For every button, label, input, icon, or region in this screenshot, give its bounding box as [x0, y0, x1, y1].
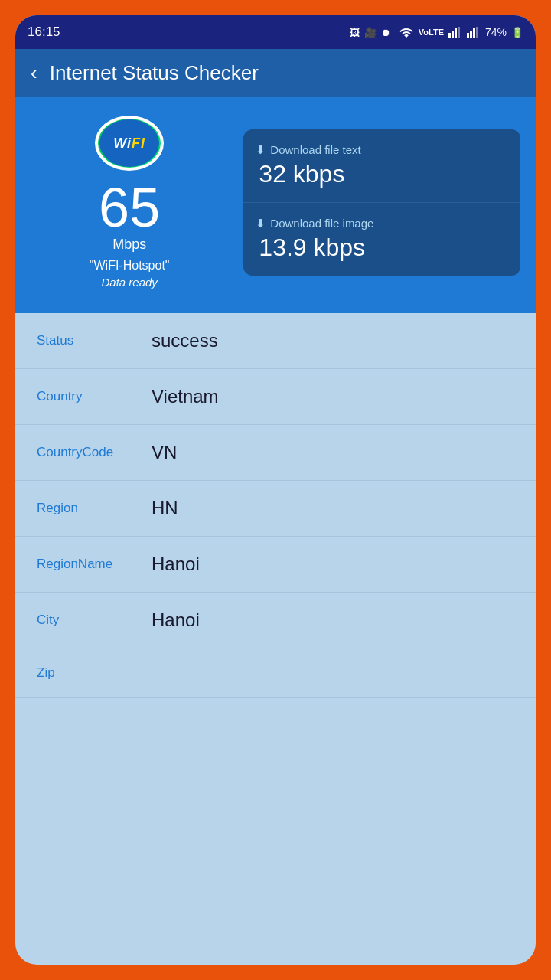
country-row: Country Vietnam	[15, 369, 536, 425]
region-value: HN	[152, 498, 178, 519]
download-image-card: ⬇ Download file image 13.9 kbps	[243, 203, 520, 276]
status-value: success	[152, 330, 218, 351]
download-image-icon: ⬇	[256, 217, 266, 230]
svg-rect-0	[448, 33, 451, 38]
photo-icon: 🖼	[350, 27, 360, 38]
status-time: 16:15	[28, 24, 60, 40]
download-info-panel: ⬇ Download file text 32 kbps ⬇ Download …	[243, 129, 520, 276]
header-title: Internet Status Checker	[50, 61, 259, 85]
download-text-card: ⬇ Download file text 32 kbps	[243, 129, 520, 203]
region-row: Region HN	[15, 481, 536, 537]
data-status: Data ready	[101, 276, 157, 289]
wifi-logo: WiFI	[95, 116, 164, 171]
wifi-signal-icon	[399, 26, 414, 38]
download-text-value: 32 kbps	[256, 160, 508, 188]
country-code-value: VN	[152, 442, 177, 463]
download-text-label: ⬇ Download file text	[256, 143, 508, 157]
status-bar: 16:15 🖼 🎥 ⏺ VoLTE 74% 🔋	[15, 15, 536, 49]
country-code-row: CountryCode VN	[15, 425, 536, 481]
city-label: City	[37, 612, 136, 628]
top-section: WiFI 65 Mbps "WiFI-Hotspot" Data ready ⬇…	[15, 97, 536, 313]
phone-frame: 16:15 🖼 🎥 ⏺ VoLTE 74% 🔋	[15, 15, 536, 965]
svg-rect-2	[455, 28, 457, 38]
download-image-value: 13.9 kbps	[256, 234, 508, 262]
wifi-info-panel: WiFI 65 Mbps "WiFI-Hotspot" Data ready	[31, 116, 228, 289]
region-name-label: RegionName	[37, 557, 136, 572]
signal-bars2-icon	[467, 27, 481, 38]
zip-label: Zip	[37, 665, 136, 681]
city-value: Hanoi	[152, 609, 200, 631]
info-list: Status success Country Vietnam CountryCo…	[15, 313, 536, 698]
download-image-label: ⬇ Download file image	[256, 217, 508, 230]
battery-text: 74%	[485, 26, 507, 38]
region-name-value: Hanoi	[152, 554, 200, 575]
wifi-logo-text: WiFI	[113, 136, 145, 152]
status-row: Status success	[15, 313, 536, 369]
region-label: Region	[37, 501, 136, 516]
status-icons: 🖼 🎥 ⏺ VoLTE 74% 🔋	[350, 26, 523, 38]
speed-unit: Mbps	[112, 237, 146, 253]
back-button[interactable]: ‹	[31, 61, 37, 85]
svg-rect-5	[470, 31, 472, 38]
signal-bars-icon	[448, 27, 462, 38]
speed-value: 65	[99, 180, 160, 235]
status-label: Status	[37, 333, 136, 348]
svg-rect-7	[476, 27, 478, 38]
lte-icon: VoLTE	[419, 28, 444, 37]
region-name-row: RegionName Hanoi	[15, 537, 536, 593]
wifi-network-name: "WiFI-Hotspot"	[90, 259, 170, 273]
country-label: Country	[37, 389, 136, 404]
download-text-icon: ⬇	[256, 143, 266, 157]
country-value: Vietnam	[152, 386, 219, 407]
zip-row: Zip	[15, 648, 536, 698]
svg-rect-6	[473, 28, 475, 38]
app-header: ‹ Internet Status Checker	[15, 49, 536, 97]
country-code-label: CountryCode	[37, 445, 136, 460]
battery-icon: 🔋	[511, 27, 523, 38]
record-icon: ⏺	[381, 27, 391, 38]
svg-rect-3	[458, 27, 460, 38]
svg-rect-4	[467, 33, 469, 38]
video-icon: 🎥	[364, 27, 377, 38]
city-row: City Hanoi	[15, 593, 536, 648]
svg-rect-1	[452, 31, 454, 38]
